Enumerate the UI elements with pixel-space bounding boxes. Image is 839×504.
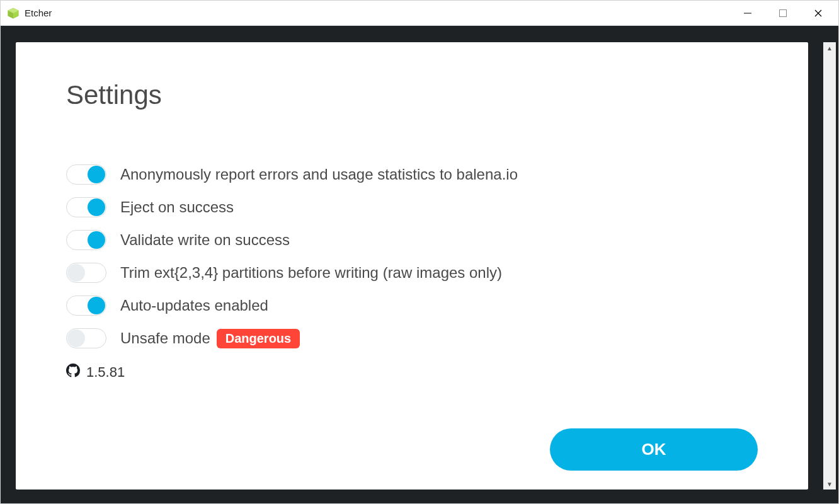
titlebar: Etcher [1, 1, 838, 26]
github-icon [66, 364, 80, 381]
setting-label: Anonymously report errors and usage stat… [120, 166, 518, 183]
setting-auto-updates: Auto-updates enabled [66, 295, 758, 316]
client-area: Settings Anonymously report errors and u… [1, 26, 838, 503]
minimize-button[interactable] [730, 1, 765, 26]
toggle-knob [88, 297, 105, 314]
toggle-knob [88, 166, 105, 183]
toggle-knob [88, 231, 105, 249]
setting-label-text: Unsafe mode [120, 329, 210, 347]
settings-list: Anonymously report errors and usage stat… [66, 164, 758, 348]
setting-label: Validate write on success [120, 231, 290, 249]
setting-eject-on-success: Eject on success [66, 197, 758, 217]
version-text: 1.5.81 [86, 364, 125, 381]
setting-label: Eject on success [120, 198, 234, 216]
setting-label: Auto-updates enabled [120, 297, 268, 314]
scroll-up-arrow[interactable]: ▲ [824, 42, 835, 54]
setting-label: Unsafe mode Dangerous [120, 329, 300, 348]
close-button[interactable] [801, 1, 836, 26]
ok-row: OK [66, 410, 758, 471]
titlebar-left: Etcher [3, 7, 52, 20]
setting-report-errors: Anonymously report errors and usage stat… [66, 164, 758, 185]
toggle-trim-ext[interactable] [66, 263, 106, 283]
toggle-knob [88, 198, 105, 216]
etcher-window: Etcher Settings Anonymously report error… [0, 0, 839, 504]
setting-label: Trim ext{2,3,4} partitions before writin… [120, 264, 502, 282]
scrollbar[interactable]: ▲ ▼ [823, 42, 836, 490]
toggle-knob [67, 264, 85, 282]
setting-unsafe-mode: Unsafe mode Dangerous [66, 328, 758, 348]
toggle-report-errors[interactable] [66, 164, 106, 185]
settings-heading: Settings [66, 80, 758, 110]
toggle-validate-write[interactable] [66, 230, 106, 250]
dangerous-badge: Dangerous [217, 329, 300, 348]
toggle-auto-updates[interactable] [66, 295, 106, 316]
maximize-button[interactable] [765, 1, 801, 26]
version-row[interactable]: 1.5.81 [66, 364, 758, 381]
etcher-app-icon [7, 7, 20, 20]
window-title: Etcher [25, 8, 52, 18]
ok-button[interactable]: OK [550, 428, 758, 471]
toggle-unsafe-mode[interactable] [66, 328, 106, 348]
setting-validate-write: Validate write on success [66, 230, 758, 250]
toggle-knob [67, 329, 85, 347]
setting-trim-ext: Trim ext{2,3,4} partitions before writin… [66, 263, 758, 283]
toggle-eject-on-success[interactable] [66, 197, 106, 217]
settings-panel: Settings Anonymously report errors and u… [16, 42, 808, 490]
window-controls [730, 1, 836, 26]
scroll-down-arrow[interactable]: ▼ [824, 478, 835, 490]
maximize-icon [779, 9, 787, 17]
